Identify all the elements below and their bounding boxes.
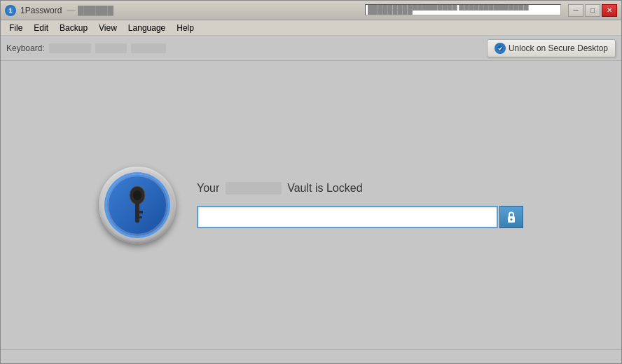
- password-row: [197, 206, 523, 228]
- svg-rect-5: [139, 216, 142, 218]
- app-icon: 1: [5, 5, 16, 16]
- password-submit-button[interactable]: [499, 206, 523, 228]
- window-controls: ██████████████████ ██████████████ ██████…: [365, 4, 617, 17]
- unlock-secure-desktop-button[interactable]: Unlock on Secure Desktop: [487, 39, 616, 57]
- svg-point-2: [133, 190, 141, 200]
- minimize-button[interactable]: ─: [568, 4, 583, 17]
- title-bar-left: 1 1Password — ██████: [5, 5, 113, 16]
- svg-point-7: [511, 218, 513, 220]
- key-icon: [125, 186, 150, 225]
- unlock-secure-desktop-icon: [495, 43, 506, 54]
- app-window: 1 1Password — ██████ ██████████████████ …: [0, 0, 622, 364]
- svg-point-0: [497, 46, 503, 51]
- toolbar: Keyboard: Unlock on Secure Desktop: [1, 36, 621, 61]
- address-text: ██████████████████ ██████████████ ██████…: [368, 4, 558, 15]
- app-logo: [99, 167, 176, 244]
- master-password-input[interactable]: [197, 206, 498, 228]
- status-bar: [1, 349, 621, 363]
- maximize-button[interactable]: □: [585, 4, 600, 17]
- lock-container: Your Vault is Locked: [99, 167, 523, 244]
- window-title-blurred: — ██████: [67, 6, 113, 15]
- vault-info: Your Vault is Locked: [197, 182, 523, 229]
- menu-file[interactable]: File: [4, 21, 28, 35]
- window-title: 1Password — ██████: [20, 6, 113, 15]
- main-content: Your Vault is Locked: [1, 61, 621, 349]
- title-bar: 1 1Password — ██████ ██████████████████ …: [1, 1, 621, 20]
- menu-view[interactable]: View: [93, 21, 123, 35]
- close-button[interactable]: ✕: [602, 4, 617, 17]
- vault-locked-title: Your Vault is Locked: [197, 182, 523, 195]
- lock-icon: [506, 211, 517, 223]
- vault-name-blurred: [226, 182, 282, 195]
- unlock-button-label: Unlock on Secure Desktop: [509, 43, 608, 53]
- svg-rect-3: [135, 203, 139, 223]
- menu-edit[interactable]: Edit: [28, 21, 54, 35]
- keyboard-value-blurred2: [95, 43, 127, 53]
- keyboard-value-blurred3: [131, 43, 166, 53]
- menu-backup[interactable]: Backup: [54, 21, 93, 35]
- menu-bar: File Edit Backup View Language Help: [1, 20, 621, 36]
- menu-language[interactable]: Language: [123, 21, 171, 35]
- keyboard-info: Keyboard:: [6, 43, 166, 53]
- menu-help[interactable]: Help: [171, 21, 200, 35]
- address-bar[interactable]: ██████████████████ ██████████████ ██████…: [365, 4, 561, 15]
- logo-inner-ring: [106, 174, 168, 236]
- keyboard-value-blurred: [49, 43, 91, 53]
- svg-rect-4: [139, 211, 143, 214]
